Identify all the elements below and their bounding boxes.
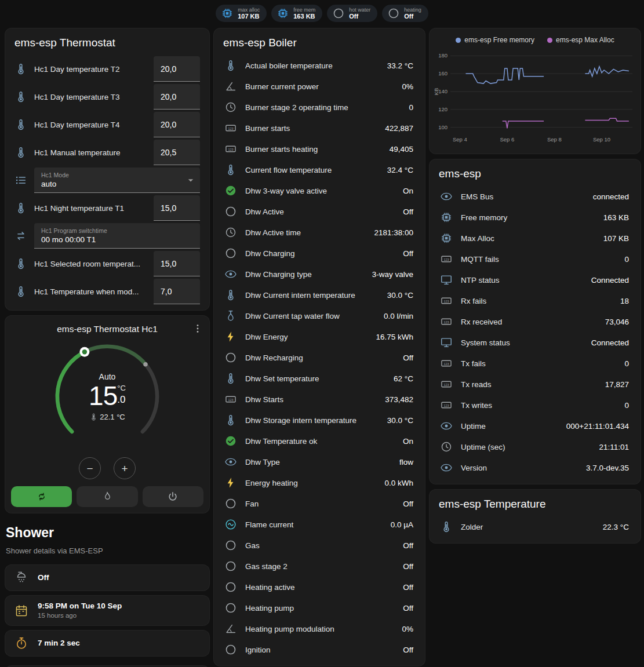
- shower-row[interactable]: Off: [5, 564, 210, 591]
- number-input[interactable]: 15,0: [154, 195, 200, 221]
- legend-item[interactable]: ems-esp Free memory: [456, 36, 534, 44]
- entity-row[interactable]: System status Connected: [430, 332, 641, 353]
- legend-dot: [547, 38, 552, 43]
- entity-row[interactable]: Burner current power 0%: [214, 76, 425, 97]
- entity-row[interactable]: 123 Tx writes 0: [430, 395, 641, 415]
- entity-row[interactable]: Dhw Active Off: [214, 201, 425, 222]
- entity-row[interactable]: Dhw Current intern temperature 30.0 °C: [214, 285, 425, 305]
- shower-secondary: 15 hours ago: [38, 611, 122, 619]
- entity-row[interactable]: Dhw Charging type 3-way valve: [214, 264, 425, 285]
- entity-label: Heating pump: [245, 604, 395, 613]
- entity-value: Off: [403, 207, 413, 216]
- entity-row[interactable]: Dhw Active time 2181:38:00: [214, 222, 425, 243]
- thermostat-dial[interactable]: Auto 15 °C .0 22.1 °C: [48, 337, 167, 456]
- calendar-icon: [14, 604, 28, 618]
- entity-row[interactable]: Energy heating 0.0 kWh: [214, 472, 425, 493]
- number-input[interactable]: 15,0: [154, 251, 200, 276]
- status-badge[interactable]: hot water Off: [327, 5, 377, 22]
- entity-row[interactable]: Current flow temperature 32.4 °C: [214, 159, 425, 180]
- entity-row[interactable]: Ignition Off: [214, 639, 425, 660]
- number-input[interactable]: 20,0: [154, 112, 200, 137]
- switchtime-input[interactable]: Hc1 Program switchtime 00 mo 00:00 T1: [34, 223, 200, 249]
- shower-row[interactable]: 7 min 2 sec: [5, 630, 210, 657]
- svg-text:123: 123: [443, 362, 449, 366]
- entity-row[interactable]: Uptime 000+21:11:01.434: [430, 415, 641, 436]
- entity-row[interactable]: Gas Off: [214, 535, 425, 556]
- entity-row[interactable]: Version 3.7.0-dev.35: [430, 457, 641, 478]
- entity-row[interactable]: 123 Rx received 73,046: [430, 311, 641, 332]
- status-badge[interactable]: max alloc 107 KB: [216, 5, 267, 22]
- entity-row[interactable]: Dhw Energy 16.75 kWh: [214, 326, 425, 347]
- entity-row[interactable]: 123 Dhw Starts 373,482: [214, 389, 425, 410]
- entity-row[interactable]: Fan Off: [214, 493, 425, 514]
- entity-row[interactable]: Zolder 22.3 °C: [430, 516, 641, 537]
- status-badge[interactable]: heating Off: [382, 5, 428, 22]
- entity-row[interactable]: 123 Rx fails 18: [430, 290, 641, 311]
- legend-dot: [456, 38, 461, 43]
- svg-text:123: 123: [228, 148, 233, 151]
- entity-row[interactable]: Burner stage 2 operating time 0: [214, 97, 425, 118]
- mode-heat-button[interactable]: [77, 486, 137, 507]
- shower-row[interactable]: 9:58 PM on Tue 10 Sep 15 hours ago: [5, 595, 210, 626]
- entity-row[interactable]: Heating pump modulation 0%: [214, 618, 425, 639]
- circle-icon: [387, 7, 400, 20]
- mode-select[interactable]: Hc1 Mode auto: [34, 167, 200, 193]
- eye-icon: [440, 461, 453, 474]
- mode-auto-button[interactable]: [11, 486, 72, 507]
- status-badge[interactable]: free mem 163 KB: [271, 5, 322, 22]
- entity-value: 2181:38:00: [374, 228, 413, 237]
- entity-label: Burner current power: [245, 82, 394, 91]
- entity-row[interactable]: Flame current 0.0 µA: [214, 514, 425, 535]
- entity-row[interactable]: Dhw Recharging Off: [214, 347, 425, 368]
- counter-icon: 123: [440, 315, 453, 328]
- timer-icon: [14, 636, 28, 650]
- entity-row[interactable]: Heating active Off: [214, 577, 425, 597]
- card-title: ems-esp Thermostat Hc1: [57, 324, 158, 334]
- entity-row[interactable]: EMS Bus connected: [430, 186, 641, 207]
- number-input[interactable]: 7,0: [154, 279, 200, 304]
- entity-row[interactable]: 123 Burner starts 422,887: [214, 118, 425, 138]
- entity-label: Dhw Recharging: [245, 353, 395, 362]
- entity-row[interactable]: Dhw Type flow: [214, 451, 425, 472]
- entity-row[interactable]: 123 Burner starts heating 49,405: [214, 138, 425, 159]
- entity-row: Hc1 Day temperature T3 20,0: [5, 83, 209, 111]
- increase-temp-button[interactable]: +: [114, 457, 136, 479]
- thermometer-icon: [14, 285, 28, 298]
- mode-off-button[interactable]: [143, 486, 203, 507]
- entity-row[interactable]: Dhw Temperature ok On: [214, 431, 425, 451]
- legend-item[interactable]: ems-esp Max Alloc: [547, 36, 614, 44]
- entity-row[interactable]: Uptime (sec) 21:11:01: [430, 436, 641, 457]
- badge-label: max alloc: [238, 7, 260, 13]
- entity-row[interactable]: 123 MQTT fails 0: [430, 249, 641, 269]
- entity-row[interactable]: Actual boiler temperature 33.2 °C: [214, 55, 425, 76]
- decrease-temp-button[interactable]: −: [79, 457, 101, 479]
- thermometer-icon: [14, 63, 28, 75]
- entity-row[interactable]: Gas stage 2 Off: [214, 556, 425, 577]
- entity-row[interactable]: Max Alloc 107 KB: [430, 228, 641, 249]
- entity-label: Burner stage 2 operating time: [245, 103, 401, 112]
- number-input[interactable]: 20,5: [154, 140, 200, 165]
- more-menu-icon[interactable]: [192, 323, 203, 334]
- entity-row[interactable]: 123 Tx reads 17,827: [430, 374, 641, 395]
- chevron-down-icon: [185, 174, 197, 186]
- line-chart[interactable]: 100120140160180Sep 4Sep 6Sep 8Sep 10KB: [433, 47, 637, 147]
- entity-label: Heating active: [245, 583, 395, 592]
- entity-value: 3.7.0-dev.35: [586, 464, 629, 472]
- thermometer-icon: [14, 90, 28, 103]
- entity-row[interactable]: NTP status Connected: [430, 269, 641, 290]
- circle-icon: [224, 602, 237, 614]
- number-input[interactable]: 20,0: [154, 56, 200, 82]
- entity-row[interactable]: Dhw 3-way valve active On: [214, 180, 425, 201]
- entity-row[interactable]: Dhw Storage intern temperature 30.0 °C: [214, 410, 425, 431]
- right-column: ems-esp Free memory ems-esp Max Alloc 10…: [429, 28, 641, 544]
- number-input[interactable]: 20,0: [154, 84, 200, 110]
- entity-row[interactable]: Dhw Current tap water flow 0.0 l/min: [214, 305, 425, 326]
- entity-row[interactable]: Dhw Charging Off: [214, 243, 425, 264]
- ems-esp-card: ems-esp EMS Bus connected Free memory 16…: [429, 159, 641, 484]
- entity-value: 0: [624, 359, 629, 368]
- entity-row[interactable]: Free memory 163 KB: [430, 207, 641, 228]
- entity-row[interactable]: 123 Tx fails 0: [430, 353, 641, 374]
- entity-row[interactable]: Heating pump Off: [214, 597, 425, 618]
- entity-row[interactable]: Dhw Set temperature 62 °C: [214, 368, 425, 389]
- entity-value: 0: [624, 401, 629, 410]
